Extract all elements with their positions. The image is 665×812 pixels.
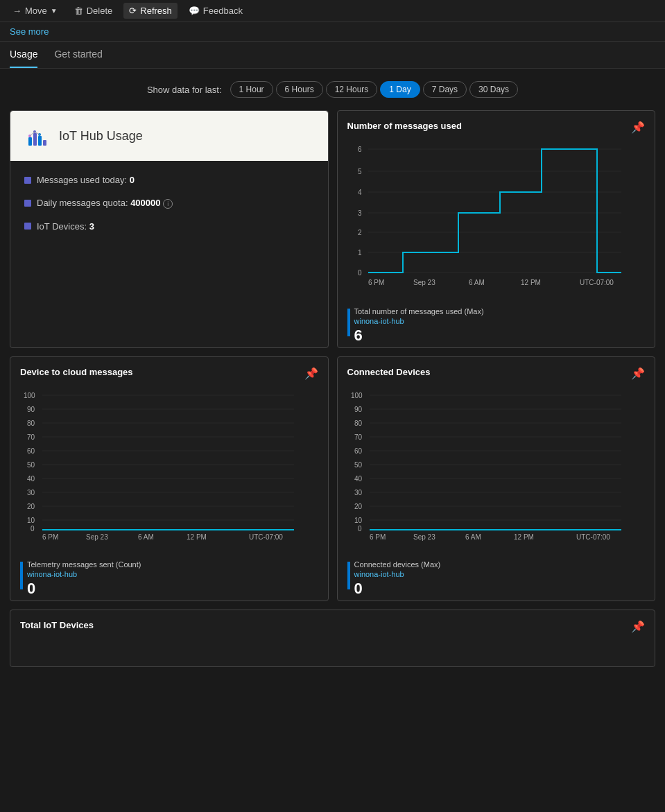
svg-text:50: 50: [27, 461, 35, 469]
messages-card-header: Number of messages used 📌: [338, 111, 655, 139]
delete-label: Delete: [87, 6, 113, 16]
iot-hub-icon: [23, 122, 51, 150]
delete-icon: 🗑: [74, 6, 83, 16]
svg-text:20: 20: [354, 503, 363, 510]
svg-text:Sep 23: Sep 23: [413, 533, 435, 541]
iot-devices-stat: IoT Devices: 3: [24, 221, 314, 232]
device-cloud-header: Device to cloud messages 📌: [10, 357, 328, 386]
device-cloud-legend-text: Telemetry messages sent (Count) winona-i…: [27, 560, 141, 598]
messages-chart-area: 6 5 4 3 2 1 0 6 PM Sep 23: [338, 139, 655, 302]
svg-text:40: 40: [354, 475, 363, 483]
total-iot-devices-card: Total IoT Devices 📌: [10, 610, 655, 667]
messages-used-bullet: [24, 177, 31, 184]
time-pill-12hours[interactable]: 12 Hours: [326, 81, 378, 98]
svg-text:30: 30: [354, 489, 363, 496]
tab-usage[interactable]: Usage: [10, 42, 37, 68]
tabs-bar: Usage Get started: [0, 42, 665, 69]
time-filter-row: Show data for last: 1 Hour 6 Hours 12 Ho…: [0, 69, 665, 105]
svg-rect-1: [33, 133, 37, 146]
refresh-button[interactable]: ⟳ Refresh: [123, 3, 178, 19]
time-pill-1hour[interactable]: 1 Hour: [230, 81, 273, 98]
svg-text:6 PM: 6 PM: [42, 533, 58, 541]
delete-button[interactable]: 🗑 Delete: [69, 3, 119, 19]
device-cloud-legend: Telemetry messages sent (Count) winona-i…: [10, 555, 328, 601]
see-more-link[interactable]: See more: [10, 26, 49, 37]
messages-used-card: Number of messages used 📌 6 5 4 3 2 1 0: [337, 110, 656, 348]
time-pill-6hours[interactable]: 6 Hours: [276, 81, 323, 98]
svg-text:0: 0: [31, 525, 35, 533]
messages-card-title: Number of messages used: [347, 121, 462, 131]
device-cloud-chart-svg: 100 90 80 70 60 50 40 30 20 10 0: [20, 386, 297, 545]
svg-text:5: 5: [358, 168, 362, 175]
move-chevron-icon: ▼: [51, 7, 58, 15]
svg-text:2: 2: [358, 229, 362, 236]
iot-usage-card: IoT Hub Usage Messages used today: 0 Dai…: [10, 110, 329, 348]
feedback-label: Feedback: [203, 6, 243, 16]
svg-text:Sep 23: Sep 23: [86, 533, 108, 541]
svg-text:12 PM: 12 PM: [521, 279, 541, 286]
connected-devices-pin-icon[interactable]: 📌: [631, 367, 645, 380]
time-pill-7days[interactable]: 7 Days: [423, 81, 467, 98]
messages-pin-icon[interactable]: 📌: [631, 121, 645, 134]
svg-text:UTC-07:00: UTC-07:00: [249, 533, 283, 541]
total-iot-header: Total IoT Devices 📌: [10, 610, 655, 639]
svg-text:6 AM: 6 AM: [138, 533, 154, 541]
connected-devices-legend-text: Connected devices (Max) winona-iot-hub 0: [354, 560, 441, 598]
device-cloud-title: Device to cloud messages: [20, 367, 133, 377]
total-iot-pin-icon[interactable]: 📌: [631, 620, 645, 633]
device-cloud-card: Device to cloud messages 📌 100 90 80 70 …: [10, 356, 329, 601]
refresh-label: Refresh: [140, 6, 172, 16]
connected-devices-card: Connected Devices 📌 100 90 80 70 60 50 4…: [337, 356, 656, 601]
messages-used-text: Messages used today: 0: [37, 175, 135, 185]
toolbar: → Move ▼ 🗑 Delete ⟳ Refresh 💬 Feedback: [0, 0, 665, 22]
messages-legend-bar: [347, 309, 350, 336]
svg-text:1: 1: [358, 249, 362, 257]
svg-text:3: 3: [358, 209, 362, 217]
iot-devices-bullet: [24, 223, 31, 230]
daily-quota-bullet: [24, 200, 31, 207]
feedback-icon: 💬: [189, 6, 200, 16]
svg-text:60: 60: [27, 447, 35, 455]
svg-text:4: 4: [358, 189, 362, 196]
daily-quota-info-icon[interactable]: i: [163, 199, 173, 209]
svg-text:80: 80: [27, 420, 35, 427]
device-cloud-pin-icon[interactable]: 📌: [304, 367, 318, 380]
svg-text:90: 90: [354, 406, 363, 413]
svg-text:70: 70: [27, 433, 35, 441]
messages-legend: Total number of messages used (Max) wino…: [338, 302, 655, 347]
tab-get-started[interactable]: Get started: [54, 42, 102, 68]
feedback-button[interactable]: 💬 Feedback: [183, 3, 248, 19]
svg-text:100: 100: [351, 392, 363, 399]
svg-text:12 PM: 12 PM: [514, 533, 534, 541]
main-grid: IoT Hub Usage Messages used today: 0 Dai…: [0, 105, 665, 673]
connected-devices-header: Connected Devices 📌: [338, 357, 655, 386]
time-pill-1day[interactable]: 1 Day: [380, 81, 420, 98]
refresh-icon: ⟳: [129, 6, 137, 16]
svg-text:50: 50: [354, 461, 363, 469]
svg-text:30: 30: [27, 489, 35, 496]
total-iot-title: Total IoT Devices: [20, 620, 94, 630]
iot-card-body: Messages used today: 0 Daily messages qu…: [10, 161, 328, 245]
move-label: Move: [25, 6, 47, 16]
connected-devices-legend: Connected devices (Max) winona-iot-hub 0: [338, 555, 655, 601]
svg-text:10: 10: [27, 517, 35, 524]
daily-quota-text: Daily messages quota: 400000 i: [37, 198, 173, 209]
svg-text:10: 10: [354, 517, 363, 524]
svg-text:100: 100: [24, 392, 35, 399]
messages-legend-text: Total number of messages used (Max) wino…: [354, 307, 484, 345]
svg-text:Sep 23: Sep 23: [413, 279, 435, 286]
connected-devices-legend-bar: [347, 562, 350, 589]
svg-rect-3: [43, 140, 46, 146]
time-pill-30days[interactable]: 30 Days: [469, 81, 518, 98]
time-filter-label: Show data for last:: [147, 85, 222, 95]
iot-card-title: IoT Hub Usage: [59, 129, 143, 144]
svg-text:UTC-07:00: UTC-07:00: [576, 533, 610, 541]
see-more-bar: See more: [0, 22, 665, 42]
svg-text:UTC-07:00: UTC-07:00: [580, 279, 614, 286]
svg-text:6 PM: 6 PM: [368, 279, 384, 286]
connected-devices-chart-area: 100 90 80 70 60 50 40 30 20 10 0: [338, 386, 655, 555]
move-button[interactable]: → Move ▼: [7, 3, 63, 19]
svg-text:80: 80: [354, 420, 363, 427]
svg-text:0: 0: [358, 525, 362, 533]
svg-text:12 PM: 12 PM: [187, 533, 207, 541]
